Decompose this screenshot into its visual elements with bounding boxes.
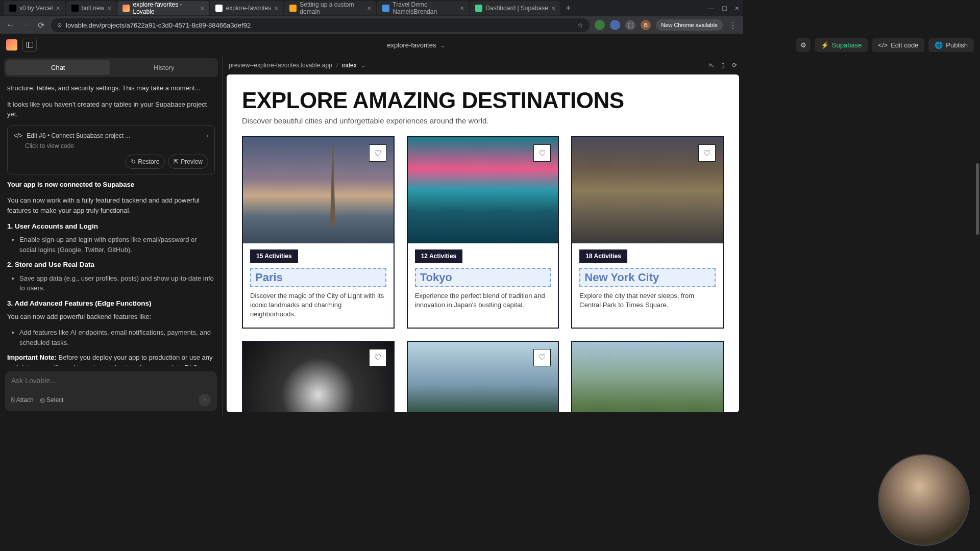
destination-card[interactable]: ♡ 12 Activities Tokyo Experience the per…	[407, 136, 559, 329]
destination-card[interactable]: ♡ 15 Activities Paris Discover the magic…	[242, 136, 395, 329]
favorite-button[interactable]: ♡	[533, 144, 551, 162]
sidebar-tabs: Chat History	[4, 58, 218, 77]
app-header: explore-favorites ⌄ ⚙ ⚡Supabase </>Edit …	[0, 34, 743, 56]
mobile-view-icon[interactable]: ▯	[721, 62, 725, 69]
back-icon[interactable]: ←	[5, 20, 15, 30]
heart-icon: ♡	[374, 148, 381, 158]
card-image: ♡	[408, 342, 558, 412]
chat-text: Important Note: Before you deploy your a…	[7, 353, 215, 366]
favorite-button[interactable]: ♡	[533, 349, 551, 366]
send-button[interactable]: ↑	[199, 394, 211, 406]
close-icon[interactable]: ×	[56, 4, 60, 12]
minimize-icon[interactable]: —	[707, 4, 714, 12]
tab-history[interactable]: History	[112, 60, 216, 75]
open-external-icon[interactable]: ⇱	[709, 62, 714, 69]
close-icon[interactable]: ×	[200, 4, 204, 12]
arrow-up-icon: ↑	[203, 396, 206, 404]
breadcrumb-page[interactable]: index	[342, 62, 357, 69]
preview-breadcrumb-bar: preview--explore-favorites.lovable.app /…	[223, 56, 743, 74]
list-item: Enable sign-up and login with options li…	[19, 235, 215, 255]
close-icon[interactable]: ×	[367, 4, 371, 12]
code-icon: </>	[14, 131, 22, 140]
favorite-button[interactable]: ♡	[698, 144, 716, 162]
browser-tab[interactable]: Dashboard | Supabase×	[470, 1, 560, 15]
preview-iframe[interactable]: EXPLORE AMAZING DESTINATIONS Discover be…	[227, 74, 739, 412]
site-info-icon[interactable]: ⊙	[57, 22, 62, 29]
page-subtitle: Discover beautiful cities and unforgetta…	[242, 116, 724, 125]
favorite-button[interactable]: ♡	[369, 349, 386, 366]
list-heading: 1. User Accounts and Login	[7, 221, 215, 232]
breadcrumb-host[interactable]: preview--explore-favorites.lovable.app	[229, 62, 332, 69]
card-description: Experience the perfect blend of traditio…	[415, 291, 551, 310]
chevron-down-icon[interactable]: ⌄	[361, 62, 366, 69]
extension-icon[interactable]	[610, 20, 620, 30]
browser-toolbar: ← → ⟳ ⊙ lovable.dev/projects/a7622a91-c3…	[0, 16, 743, 34]
card-image: ♡	[408, 137, 558, 243]
destination-card[interactable]	[571, 341, 724, 412]
edit-card[interactable]: </> Edit #6 • Connect Supabase project .…	[7, 126, 215, 174]
card-description: Discover the magic of the City of Light …	[250, 291, 386, 319]
city-name-editable[interactable]: Tokyo	[415, 268, 551, 287]
browser-tab[interactable]: explore-favorites - Lovable×	[117, 1, 209, 15]
lovable-logo-icon[interactable]	[6, 39, 17, 51]
section-heading: Your app is now connected to Supabase	[7, 181, 134, 188]
extensions-menu-icon[interactable]: ⬚	[625, 20, 635, 30]
card-image: ♡	[572, 137, 723, 243]
heart-icon: ♡	[538, 353, 546, 362]
chat-input[interactable]: Ask Lovable...	[11, 377, 211, 385]
city-name-editable[interactable]: New York City	[579, 268, 716, 287]
destination-card[interactable]: ♡	[407, 341, 559, 412]
card-image: ♡	[243, 342, 394, 412]
chevron-down-icon: ⌄	[440, 41, 446, 49]
favorite-button[interactable]: ♡	[369, 144, 386, 162]
forward-icon: →	[20, 20, 31, 30]
restore-icon: ↻	[131, 157, 136, 166]
close-icon[interactable]: ×	[107, 4, 111, 12]
project-title-dropdown[interactable]: explore-favorites ⌄	[387, 41, 446, 49]
close-icon[interactable]: ×	[551, 4, 555, 12]
heart-icon: ♡	[538, 148, 546, 158]
extension-icon[interactable]	[595, 20, 605, 30]
attach-icon: ⎘	[11, 396, 15, 404]
bookmark-icon[interactable]: ☆	[577, 21, 583, 29]
chat-text: You can now add powerful backend feature…	[7, 312, 215, 322]
card-image	[572, 342, 723, 412]
restore-button[interactable]: ↻Restore	[125, 155, 165, 169]
destination-card[interactable]: ♡	[242, 341, 395, 412]
panel-toggle-button[interactable]	[22, 38, 37, 52]
maximize-icon[interactable]: □	[722, 4, 726, 12]
new-tab-button[interactable]: +	[561, 3, 575, 14]
browser-tab[interactable]: Travel Demo | NameIsBrendan×	[377, 1, 469, 15]
card-description: Explore the city that never sleeps, from…	[579, 291, 716, 310]
kebab-menu-icon[interactable]: ⋮	[728, 20, 738, 30]
list-item: Save app data (e.g., user profiles, post…	[19, 273, 215, 293]
activity-badge: 15 Activities	[250, 249, 298, 263]
chat-sidebar: Chat History structure, tables, and secu…	[0, 34, 223, 416]
breadcrumb-separator: /	[336, 62, 338, 69]
activity-badge: 12 Activities	[415, 249, 463, 263]
chat-text: structure, tables, and security settings…	[7, 83, 215, 93]
profile-avatar[interactable]: B	[641, 20, 651, 30]
heart-icon: ♡	[374, 353, 381, 362]
address-bar[interactable]: ⊙ lovable.dev/projects/a7622a91-c3d0-457…	[51, 18, 590, 32]
chrome-update-button[interactable]: New Chrome available	[656, 19, 723, 31]
city-name-editable[interactable]: Paris	[250, 268, 386, 287]
tab-chat[interactable]: Chat	[6, 60, 110, 75]
browser-tab[interactable]: explore-favorites×	[210, 1, 283, 15]
edit-card-subtitle: Click to view code	[25, 141, 208, 151]
reload-icon[interactable]: ⟳	[36, 20, 46, 30]
attach-button[interactable]: ⎘ Attach	[11, 396, 34, 404]
chat-text: You can now work with a fully featured b…	[7, 195, 215, 215]
browser-tab[interactable]: bolt.new×	[66, 1, 117, 15]
close-icon[interactable]: ×	[274, 4, 278, 12]
close-icon[interactable]: ×	[460, 4, 464, 12]
select-button[interactable]: ◎ Select	[40, 396, 64, 404]
destination-card[interactable]: ♡ 18 Activities New York City Explore th…	[571, 136, 724, 329]
browser-tab[interactable]: Setting up a custom domain×	[284, 1, 376, 15]
close-window-icon[interactable]: ×	[735, 4, 739, 12]
chat-messages[interactable]: structure, tables, and security settings…	[0, 79, 222, 366]
refresh-preview-icon[interactable]: ⟳	[732, 62, 737, 69]
preview-button[interactable]: ⇱Preview	[168, 155, 208, 169]
browser-tab[interactable]: v0 by Vercel×	[4, 1, 65, 15]
preview-pane: preview--explore-favorites.lovable.app /…	[223, 34, 743, 416]
